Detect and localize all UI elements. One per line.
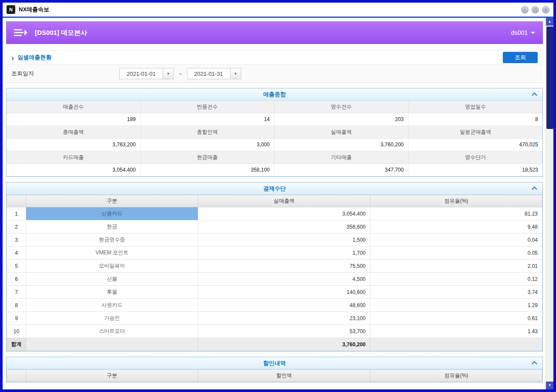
summary-value: 14 [141, 113, 275, 126]
payment-amount-cell[interactable]: 140,600 [198, 286, 370, 299]
scroll-down-icon[interactable]: ▼ [546, 382, 554, 389]
summary-value: 347,700 [275, 164, 409, 176]
store-title: [DS001] 데모본사 [35, 29, 87, 37]
payment-amount-cell[interactable]: 1,700 [198, 247, 370, 260]
corner-header-cell [7, 370, 26, 382]
payment-name-cell[interactable]: 사원카드 [26, 299, 198, 312]
window-controls: − □ × [521, 6, 549, 14]
total-name-cell [26, 338, 198, 351]
row-number: 3 [7, 233, 26, 247]
table-row: 9 가승인 23,100 0.61 [7, 312, 542, 325]
scroll-up-icon[interactable]: ▲ [546, 18, 554, 26]
table-row: 6 선불 4,500 0.12 [7, 273, 542, 286]
table-row: 7 후불 140,600 3.74 [7, 286, 542, 299]
collapse-chevron-icon[interactable] [532, 186, 537, 192]
payment-method-table: 구분 실매출액 점유율(%) 1 신용카드 3,054,400 81.23 [7, 195, 542, 351]
row-number: 6 [7, 273, 26, 286]
row-number: 2 [7, 220, 26, 233]
table-row: 5 모바일페이 75,500 2.01 [7, 260, 542, 273]
total-amount-cell: 3,760,200 [198, 338, 370, 351]
sales-summary-grid: 매출건수 반품건수 영수건수 영업일수 189 14 203 8 총매출액 총할… [7, 101, 542, 176]
date-to-dropdown-icon[interactable]: ▾ [231, 68, 241, 79]
column-header[interactable]: 점유율(%) [370, 195, 542, 207]
summary-label: 현금매출 [141, 151, 275, 164]
summary-value: 3,000 [141, 139, 275, 151]
payment-name-cell[interactable]: 가승인 [26, 312, 198, 325]
menu-arrow-icon[interactable] [14, 28, 28, 37]
payment-share-cell[interactable]: 2.01 [370, 260, 542, 273]
scrollbar-thumb[interactable] [546, 27, 553, 129]
summary-value: 189 [7, 113, 141, 126]
payment-amount-cell[interactable]: 3,054,400 [198, 207, 370, 220]
search-button[interactable]: 조회 [503, 52, 538, 63]
table-row: 2 현금 356,600 9.48 [7, 220, 542, 233]
maximize-button[interactable]: □ [532, 6, 539, 14]
date-from-value[interactable]: 2021-01-01 [119, 68, 163, 79]
payment-share-cell[interactable]: 0.12 [370, 273, 542, 286]
payment-method-title: 결제수단 [263, 185, 286, 193]
payment-amount-cell[interactable]: 48,600 [198, 299, 370, 312]
payment-method-panel: 결제수단 구분 실매출액 점유율(%) [6, 182, 543, 351]
table-row: 1 신용카드 3,054,400 81.23 [7, 207, 542, 220]
payment-name-cell[interactable]: 스마트오더 [26, 325, 198, 338]
column-header[interactable]: 구분 [26, 195, 198, 207]
payment-amount-cell[interactable]: 23,100 [198, 312, 370, 325]
summary-value: 470,025 [409, 139, 543, 151]
sales-summary-title: 매출종합 [263, 91, 286, 98]
payment-share-cell[interactable]: 1.29 [370, 299, 542, 312]
date-to-picker: 2021-01-31 ▾ [187, 68, 241, 79]
payment-share-cell[interactable]: 3.74 [370, 286, 542, 299]
total-row: 합계 3,760,200 [7, 338, 542, 351]
payment-name-cell[interactable]: 선불 [26, 273, 198, 286]
row-number: 8 [7, 299, 26, 312]
column-header[interactable]: 점유율(%) [370, 370, 542, 382]
payment-name-cell[interactable]: VMEM 포인트 [26, 247, 198, 260]
section-arrow-icon: › [11, 54, 14, 62]
summary-label: 기타매출 [275, 151, 409, 164]
payment-name-cell[interactable]: 후불 [26, 286, 198, 299]
vertical-scrollbar[interactable]: ▲ ▼ [546, 18, 553, 389]
table-header-row: 구분 할인액 점유율(%) [7, 370, 542, 382]
close-button[interactable]: × [542, 6, 549, 14]
payment-share-cell[interactable]: 81.23 [370, 207, 542, 220]
payment-share-cell[interactable]: 0.61 [370, 312, 542, 325]
summary-value: 8 [409, 113, 543, 126]
collapse-chevron-icon[interactable] [532, 92, 537, 98]
summary-label: 총할인액 [141, 126, 275, 139]
summary-value: 3,054,400 [7, 164, 141, 176]
store-header: [DS001] 데모본사 ds001 [6, 21, 543, 44]
payment-amount-cell[interactable]: 4,500 [198, 273, 370, 286]
row-number: 9 [7, 312, 26, 325]
payment-name-cell[interactable]: 모바일페이 [26, 260, 198, 273]
payment-share-cell[interactable]: 9.48 [370, 220, 542, 233]
discount-header[interactable]: 할인내역 [7, 357, 542, 369]
payment-amount-cell[interactable]: 75,500 [198, 260, 370, 273]
column-header[interactable]: 구분 [26, 370, 198, 382]
filter-row: 조회일자 2021-01-01 ▾ ~ 2021-01-31 ▾ [6, 65, 543, 83]
date-to-value[interactable]: 2021-01-31 [187, 68, 231, 79]
payment-share-cell[interactable]: 0.04 [370, 233, 542, 247]
payment-name-cell[interactable]: 신용카드 [26, 207, 198, 220]
column-header[interactable]: 실매출액 [198, 195, 370, 207]
table-row: 8 사원카드 48,600 1.29 [7, 299, 542, 312]
payment-amount-cell[interactable]: 53,700 [198, 325, 370, 338]
payment-name-cell[interactable]: 현금영수증 [26, 233, 198, 247]
payment-amount-cell[interactable]: 1,500 [198, 233, 370, 247]
payment-share-cell[interactable]: 1.43 [370, 325, 542, 338]
collapse-chevron-icon[interactable] [532, 361, 537, 367]
discount-panel: 할인내역 구분 할인액 점유율(%) [6, 357, 543, 382]
summary-label: 실매출액 [275, 126, 409, 139]
sales-summary-header[interactable]: 매출종합 [7, 88, 542, 101]
payment-share-cell[interactable]: 0.05 [370, 247, 542, 260]
payment-name-cell[interactable]: 현금 [26, 220, 198, 233]
summary-label: 반품건수 [141, 101, 275, 113]
payment-method-header[interactable]: 결제수단 [7, 182, 542, 195]
payment-amount-cell[interactable]: 356,600 [198, 220, 370, 233]
window-title: NX매출속보 [19, 6, 49, 14]
column-header[interactable]: 할인액 [198, 370, 370, 382]
user-dropdown[interactable]: ds001 [511, 29, 535, 36]
date-from-dropdown-icon[interactable]: ▾ [163, 68, 174, 79]
minimize-button[interactable]: − [521, 6, 529, 14]
summary-value: 18,523 [409, 164, 543, 176]
date-from-picker: 2021-01-01 ▾ [119, 68, 174, 79]
